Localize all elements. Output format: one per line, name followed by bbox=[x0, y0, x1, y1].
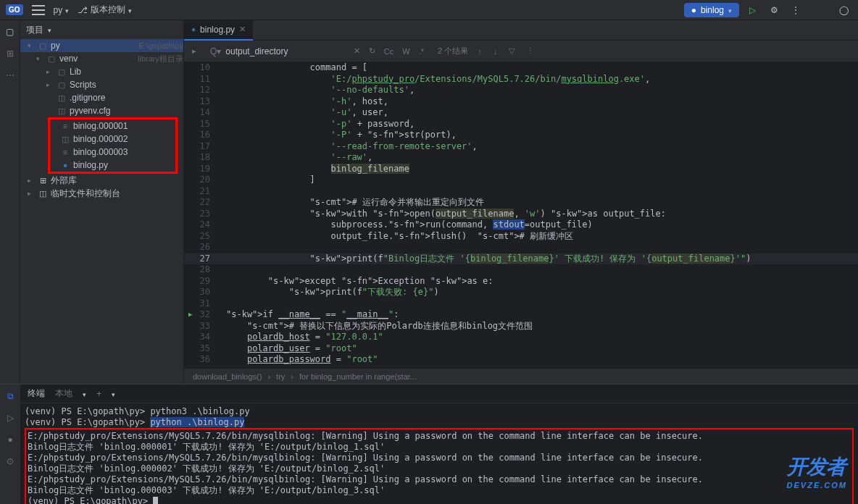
chevron-down-icon: ▾ bbox=[36, 55, 43, 62]
more-icon[interactable]: ⋮ bbox=[524, 46, 536, 56]
file-icon: ◫ bbox=[57, 93, 67, 103]
folder-icon: ▢ bbox=[57, 67, 67, 77]
terminal-icon[interactable]: ⧉ bbox=[3, 389, 17, 403]
tree-scripts[interactable]: ▸ ▢ Scripts bbox=[20, 78, 183, 91]
terminal-tabs: 终端 本地 + bbox=[20, 385, 858, 403]
regex-toggle[interactable]: .* bbox=[417, 47, 426, 56]
tree-binlog3[interactable]: ≡ binlog.000003 bbox=[50, 146, 175, 159]
sidebar-header: 项目 bbox=[20, 20, 183, 39]
folder-icon: ▢ bbox=[38, 41, 48, 51]
folder-icon: ▢ bbox=[57, 80, 67, 90]
tree-binlogpy[interactable]: ● binlog.py bbox=[50, 159, 175, 172]
debug-button[interactable]: ⚙ bbox=[765, 1, 783, 19]
avatar-icon[interactable]: ◯ bbox=[835, 1, 852, 19]
chevron-down-icon bbox=[728, 5, 732, 15]
next-match-icon[interactable]: ↓ bbox=[491, 47, 500, 56]
vcs-dropdown[interactable]: ⎇版本控制 bbox=[78, 4, 132, 16]
chevron-right-icon[interactable]: ▸ bbox=[190, 46, 199, 56]
terminal-output[interactable]: (venv) PS E:\gopath\py> python3 .\binlog… bbox=[20, 403, 858, 504]
chevron-right-icon: ▸ bbox=[28, 190, 35, 197]
chevron-down-icon bbox=[65, 5, 69, 15]
run-icon[interactable]: ▷ bbox=[3, 411, 17, 425]
tree-venv[interactable]: ▾ ▢ venv library根目录 bbox=[20, 52, 183, 65]
breadcrumb-item[interactable]: download_binlogs() bbox=[193, 372, 262, 381]
topbar: GO py ⎇版本控制 ●binlog ▷ ⚙ ⋮ ◯ bbox=[0, 0, 858, 20]
chevron-right-icon: ▸ bbox=[46, 81, 54, 88]
word-toggle[interactable]: W bbox=[400, 47, 412, 56]
clear-icon[interactable]: ✕ bbox=[351, 46, 362, 56]
chevron-down-icon bbox=[128, 5, 132, 15]
chevron-down-icon[interactable] bbox=[48, 25, 51, 35]
refresh-icon[interactable]: ↻ bbox=[367, 46, 378, 56]
terminal-rail: ⧉ ▷ ● ⊙ bbox=[0, 385, 20, 504]
scratch-icon: ◫ bbox=[38, 189, 48, 198]
terminal-tab-chevron[interactable] bbox=[83, 389, 86, 399]
project-tool-icon[interactable]: ▢ bbox=[3, 25, 17, 39]
terminal-tab-local[interactable]: 本地 bbox=[55, 387, 72, 400]
terminal-add-icon[interactable]: + bbox=[96, 389, 101, 399]
problems-icon[interactable]: ⊙ bbox=[3, 454, 17, 469]
python-icon: ● bbox=[191, 25, 196, 33]
terminal-tab-main[interactable]: 终端 bbox=[28, 387, 45, 400]
breadcrumb-item[interactable]: for binlog_number in range(star... bbox=[299, 372, 417, 381]
editor: ● binlog.py ✕ ▸ Q▾ ✕ ↻ Cc W .* 2 个结果 ↑ ↓… bbox=[184, 20, 858, 384]
folder-icon: ▢ bbox=[46, 54, 57, 64]
ide-badge: GO bbox=[6, 4, 23, 15]
close-icon[interactable]: ✕ bbox=[239, 25, 246, 34]
terminal-add-chevron[interactable] bbox=[112, 389, 115, 399]
tree-binlog2[interactable]: ◫ binlog.000002 bbox=[50, 133, 175, 146]
project-dropdown[interactable]: py bbox=[54, 5, 70, 15]
chevron-right-icon: ▸ bbox=[46, 68, 54, 75]
breadcrumb-item[interactable]: try bbox=[276, 372, 285, 381]
search-icon: Q▾ bbox=[210, 46, 221, 56]
tree-external-lib[interactable]: ▸ ⊞ 外部库 bbox=[20, 174, 183, 187]
tree-binlog1[interactable]: ≡ binlog.000001 bbox=[50, 119, 175, 133]
editor-tab-binlog[interactable]: ● binlog.py ✕ bbox=[184, 20, 253, 41]
tree-root[interactable]: ▾ ▢ py E:\gopath\py bbox=[20, 39, 183, 52]
search-input[interactable] bbox=[225, 46, 346, 56]
python-icon: ● bbox=[691, 5, 696, 15]
left-tool-rail: ▢ ⊞ ⋯ bbox=[0, 20, 20, 384]
more-button[interactable]: ⋮ bbox=[787, 1, 804, 19]
code-editor[interactable]: 1011121314151617181920212223242526272829… bbox=[184, 62, 858, 368]
run-config-selector[interactable]: ●binlog bbox=[684, 3, 739, 17]
python-console-icon[interactable]: ● bbox=[3, 432, 17, 447]
run-button[interactable]: ▷ bbox=[744, 1, 761, 19]
gutter: 1011121314151617181920212223242526272829… bbox=[184, 62, 220, 368]
case-toggle[interactable]: Cc bbox=[382, 47, 396, 56]
editor-tabs: ● binlog.py ✕ bbox=[184, 20, 858, 41]
structure-tool-icon[interactable]: ⊞ bbox=[3, 46, 17, 61]
find-bar: ▸ Q▾ ✕ ↻ Cc W .* 2 个结果 ↑ ↓ ▽ ⋮ bbox=[184, 41, 858, 62]
tree-pyvenv[interactable]: ◫ pyvenv.cfg bbox=[20, 104, 183, 117]
file-icon: ◫ bbox=[60, 135, 70, 144]
chevron-right-icon: ▸ bbox=[28, 177, 35, 184]
prev-match-icon[interactable]: ↑ bbox=[475, 47, 484, 56]
python-icon: ● bbox=[60, 161, 70, 169]
vcs-icon: ⎇ bbox=[78, 5, 88, 15]
library-icon: ⊞ bbox=[38, 176, 48, 185]
code-content[interactable]: command = [ 'E:/phpstudy_pro/Extensions/… bbox=[220, 62, 858, 368]
find-results: 2 个结果 bbox=[438, 46, 468, 56]
file-icon: ≡ bbox=[60, 148, 70, 156]
breadcrumb: download_binlogs() › try › for binlog_nu… bbox=[184, 368, 858, 384]
more-tool-icon[interactable]: ⋯ bbox=[3, 68, 17, 83]
highlight-box: ≡ binlog.000001 ◫ binlog.000002 ≡ binlog… bbox=[48, 117, 178, 174]
tree-gitignore[interactable]: ◫ .gitignore bbox=[20, 91, 183, 104]
find-input-wrapper: Q▾ ✕ ↻ Cc W .* bbox=[206, 45, 430, 58]
tree-scratch[interactable]: ▸ ◫ 临时文件和控制台 bbox=[20, 187, 183, 200]
file-icon: ≡ bbox=[60, 122, 70, 130]
project-sidebar: 项目 ▾ ▢ py E:\gopath\py ▾ ▢ venv library根… bbox=[20, 20, 184, 384]
chevron-down-icon: ▾ bbox=[28, 42, 35, 49]
project-tree: ▾ ▢ py E:\gopath\py ▾ ▢ venv library根目录 … bbox=[20, 39, 183, 384]
tree-lib[interactable]: ▸ ▢ Lib bbox=[20, 65, 183, 78]
hamburger-icon[interactable] bbox=[32, 5, 45, 15]
terminal-panel: ⧉ ▷ ● ⊙ 终端 本地 + (venv) PS E:\gopath\py> … bbox=[0, 384, 858, 504]
filter-icon[interactable]: ▽ bbox=[507, 46, 517, 56]
file-icon: ◫ bbox=[57, 106, 67, 116]
